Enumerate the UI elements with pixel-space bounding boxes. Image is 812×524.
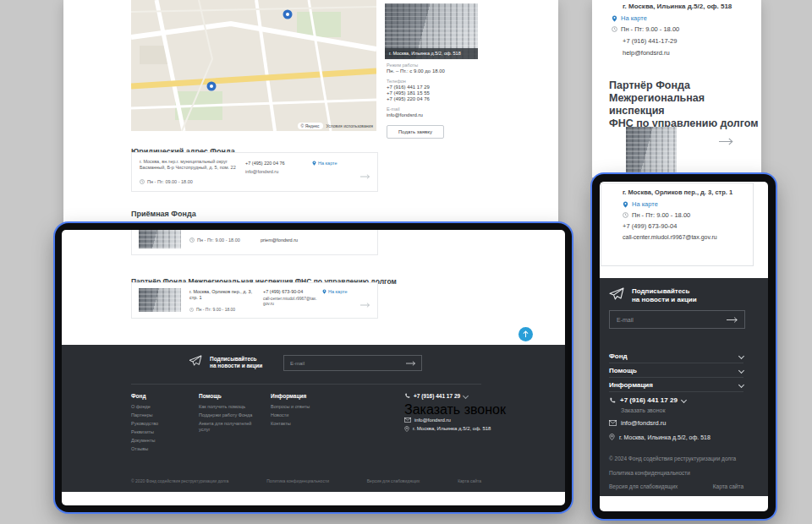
clock-icon [140, 179, 145, 184]
subscribe-submit-arrow-icon[interactable] [727, 317, 744, 323]
footer-link[interactable]: Контакты [271, 421, 330, 427]
hours-label: Режим работы [387, 63, 481, 68]
menu-item-label: Информация [609, 381, 653, 389]
copyright-text: © 2024 Фонд содействия реструктуризации … [609, 456, 743, 461]
clock-icon [623, 212, 628, 218]
footer-address-row: г. Москва, Ильинка д.5/2, оф. 518 [404, 426, 544, 432]
footer-link[interactable]: Отзывы [131, 446, 182, 452]
footer-link[interactable]: Как получить помощь [199, 404, 258, 410]
chevron-down-icon [463, 393, 469, 399]
hours-value: Пн. – Пт.: с 9.00 до 18.00 [387, 68, 481, 74]
card-map-link[interactable]: На карте [623, 200, 658, 208]
accessibility-link[interactable]: Версия для слабовидящих [609, 483, 678, 489]
partner-hours-text: Пн - Пт: 9.00 - 18.00 [196, 307, 235, 312]
footer-address-text: г. Москва, Ильинка д.5/2, оф. 518 [413, 426, 491, 431]
card-arrow-icon[interactable] [360, 296, 370, 311]
pin-icon [404, 426, 409, 432]
privacy-link[interactable]: Политика конфиденциальности [609, 470, 743, 476]
map-pin-marker[interactable] [283, 10, 293, 19]
footer-contacts: +7 (916) 441 17 29 Заказать звонок info@… [404, 393, 544, 435]
footer-email-text: info@fondsrd.ru [621, 419, 666, 427]
footer-link[interactable]: Поддержи работу Фонда [199, 412, 258, 418]
footer-link[interactable]: Реквизиты [131, 429, 182, 435]
email-label: E-mail [387, 106, 481, 112]
pin-icon [623, 201, 628, 208]
mobile-email-link[interactable]: help@fondsrd.ru [623, 49, 670, 57]
subscribe-email-input[interactable] [610, 317, 727, 323]
footer-column-title: Информация [271, 393, 330, 399]
legal-email-link[interactable]: info@fondsrd.ru [245, 169, 278, 174]
card-map-link-text: На карте [632, 200, 658, 208]
partner-phone-link[interactable]: +7 (499) 673-90-04 [263, 289, 303, 294]
card-hours-text: Пн - Пт: 9.00 - 18.00 [632, 211, 690, 219]
office-photo-caption: г. Москва, Ильинка д.5/2, оф. 518 [385, 48, 478, 59]
mobile-hours-row: Пн - Пт: 9.00 - 18.00 [612, 25, 679, 33]
pin-icon [322, 289, 326, 294]
callback-link[interactable]: Заказать звонок [621, 407, 665, 413]
map-pin-marker-2[interactable] [207, 82, 217, 91]
footer-column-info: Информация Вопросы и ответы Новости Конт… [271, 393, 330, 429]
footer-link[interactable]: Вопросы и ответы [271, 404, 330, 410]
subscribe-submit-arrow-icon[interactable] [406, 361, 421, 366]
mail-icon [404, 418, 411, 423]
subscribe-email-input[interactable] [284, 361, 406, 366]
partner-map-link[interactable]: На карте [322, 289, 348, 294]
pin-icon [612, 15, 617, 22]
footer-phone-row[interactable]: +7 (916) 441 17 29 [609, 396, 686, 404]
menu-item-help[interactable]: Помощь [609, 363, 743, 378]
card-arrow-icon[interactable] [360, 167, 370, 183]
privacy-link[interactable]: Политика конфиденциальности [266, 478, 329, 483]
office-photo: г. Москва, Ильинка д.5/2, оф. 518 [385, 3, 478, 59]
footer-email-row[interactable]: info@fondsrd.ru [404, 418, 544, 423]
reception-card-partial: Пн - Пт: 9.00 - 18.00 priem@fondsrd.ru [131, 230, 378, 255]
sitemap-link[interactable]: Карта сайта [458, 478, 481, 483]
mobile-map-link[interactable]: На карте [612, 14, 647, 22]
email-link[interactable]: info@fondsrd.ru [387, 112, 481, 118]
menu-item-label: Фонд [609, 352, 628, 360]
reception-hours-text: Пн - Пт: 9.00 - 18.00 [197, 237, 240, 243]
mobile-partner-card: г. Москва, Орликов пер., д. 3, стр. 1 На… [601, 183, 754, 266]
map-terms-link[interactable]: Условия использования [326, 123, 374, 128]
phone-link[interactable]: +7 (495) 181 15 55 [387, 90, 481, 96]
card-phone-link[interactable]: +7 (499) 673-90-04 [623, 222, 677, 230]
sitemap-link[interactable]: Карта сайта [713, 483, 743, 489]
menu-item-fund[interactable]: Фонд [609, 349, 743, 363]
partner-card: г. Москва, Орликов пер., д. 3, стр. 1 Пн… [131, 282, 378, 319]
legal-map-link[interactable]: На карте [312, 161, 337, 166]
footer-link[interactable]: Документы [131, 438, 182, 444]
mobile-page-top: г. Москва, Ильинка д.5/2, оф. 518 На кар… [592, 0, 761, 177]
footer-link[interactable]: Анкета для получателей услуг [199, 421, 258, 432]
partner-map-link-text: На карте [328, 289, 348, 294]
footer-divider [131, 384, 481, 385]
card-email-link[interactable]: call-center.miudol.r9967@tax.gov.ru [623, 234, 717, 240]
footer-phone-text: +7 (916) 441 17 29 [414, 393, 460, 399]
mobile-map-link-text: На карте [621, 14, 647, 22]
footer-link[interactable]: О фонде [131, 404, 182, 410]
map[interactable]: © Яндекс Условия использования [131, 0, 376, 131]
legal-phone-link[interactable]: +7 (495) 220 04 76 [245, 161, 285, 166]
partner-email-link[interactable]: call-center.miudol.r9967@tax.gov.ru [263, 297, 317, 306]
footer-link[interactable]: Руководство [131, 421, 182, 427]
footer-column-help: Помощь Как получить помощь Поддержи рабо… [199, 393, 258, 435]
phone-icon [609, 397, 616, 404]
reception-email-link[interactable]: priem@fondsrd.ru [261, 237, 298, 243]
scroll-to-top-button[interactable] [518, 327, 533, 341]
chevron-down-icon [681, 397, 687, 403]
footer-link[interactable]: Партнеры [131, 412, 182, 418]
slider-arrow-icon[interactable] [719, 134, 734, 149]
copyright-text: © 2020 Фонд содействия реструктуризации … [131, 478, 228, 483]
phone-screen: г. Москва, Орликов пер., д. 3, стр. 1 На… [600, 182, 768, 511]
footer-email-row[interactable]: info@fondsrd.ru [609, 419, 666, 427]
accessibility-link[interactable]: Версия для слабовидящих [367, 478, 420, 483]
tablet-footer: Подписывайтесь на новости и акции Фонд О… [62, 345, 565, 492]
callback-link[interactable]: Заказать звонок [404, 402, 544, 418]
paper-plane-icon [189, 355, 202, 370]
phone-link[interactable]: +7 (495) 220 04 76 [387, 96, 481, 102]
footer-link[interactable]: Новости [271, 412, 330, 418]
footer-column-fund: Фонд О фонде Партнеры Руководство Реквиз… [131, 393, 182, 455]
mobile-phone-link[interactable]: +7 (916) 441-17-29 [623, 37, 677, 45]
apply-button[interactable]: Подать заявку [387, 125, 444, 139]
footer-phone-row[interactable]: +7 (916) 441 17 29 [404, 393, 544, 399]
menu-item-info[interactable]: Информация [609, 378, 743, 392]
phone-link[interactable]: +7 (916) 441 17 29 [387, 85, 481, 90]
